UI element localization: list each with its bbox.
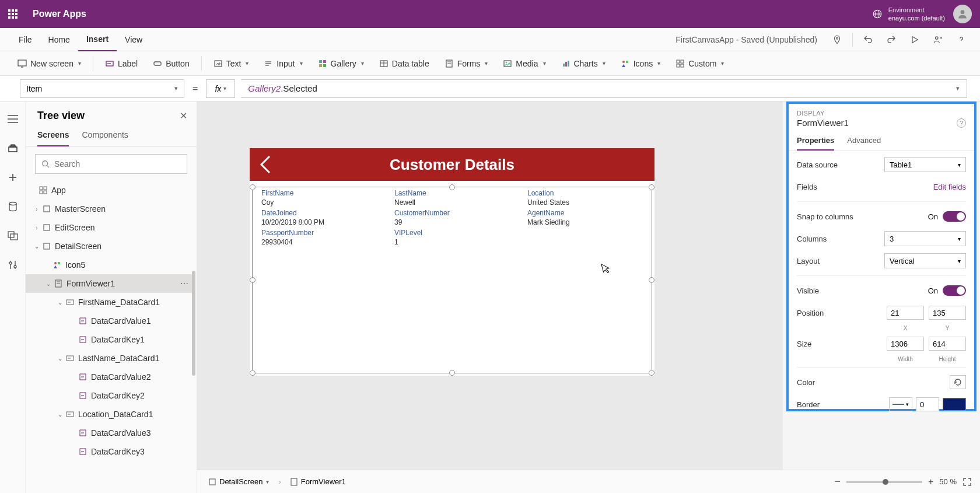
zoom-in-button[interactable]: + <box>928 477 933 487</box>
hamburger-icon[interactable] <box>6 112 20 126</box>
redo-icon[interactable] <box>883 32 900 48</box>
tab-components[interactable]: Components <box>82 130 128 146</box>
border-color-swatch[interactable] <box>943 398 966 411</box>
info-icon[interactable]: ? <box>957 118 966 128</box>
tree-node-editscreen[interactable]: ›EditScreen <box>26 218 194 237</box>
tab-properties[interactable]: Properties <box>797 136 834 151</box>
media-dropdown[interactable]: Media▾ <box>497 54 551 73</box>
menu-insert[interactable]: Insert <box>78 28 117 51</box>
size-height-input[interactable] <box>929 337 966 351</box>
tree-node-detailscreen[interactable]: ⌄DetailScreen <box>26 237 194 256</box>
menu-view[interactable]: View <box>117 28 150 51</box>
fx-indicator[interactable]: fx▾ <box>206 79 235 98</box>
svg-rect-21 <box>323 64 326 67</box>
tree-node-dcv1[interactable]: DataCardValue1 <box>26 312 194 330</box>
add-icon[interactable] <box>6 170 20 184</box>
formula-input[interactable]: Gallery2.Selected ▾ <box>241 79 967 98</box>
resize-handle[interactable] <box>250 370 256 376</box>
color-reset-button[interactable] <box>950 375 966 389</box>
user-avatar[interactable] <box>953 5 972 23</box>
svg-point-3 <box>961 10 965 14</box>
zoom-out-button[interactable]: − <box>834 475 841 488</box>
border-style-select[interactable]: ▾ <box>889 397 912 411</box>
resize-handle[interactable] <box>449 184 455 190</box>
resize-handle[interactable] <box>250 184 256 190</box>
scrollbar[interactable] <box>192 271 195 376</box>
border-width-input[interactable] <box>916 397 939 411</box>
zoom-slider[interactable] <box>846 481 922 483</box>
tree-node-firstname-dc[interactable]: ⌄FirstName_DataCard1 <box>26 293 194 312</box>
tree-node-icon5[interactable]: Icon5 <box>26 256 194 274</box>
data-icon[interactable] <box>6 200 20 214</box>
tree-node-lastname-dc[interactable]: ⌄LastName_DataCard1 <box>26 349 194 368</box>
media-rail-icon[interactable] <box>6 229 20 243</box>
edit-fields-link[interactable]: Edit fields <box>933 183 966 191</box>
tree-node-dck3[interactable]: DataCardKey3 <box>26 442 194 461</box>
charts-icon <box>561 59 570 68</box>
tab-advanced[interactable]: Advanced <box>847 136 881 151</box>
selection-outline[interactable] <box>252 187 652 373</box>
resize-handle[interactable] <box>250 277 256 283</box>
tree-view-icon[interactable] <box>6 141 20 155</box>
health-icon[interactable] <box>829 32 845 48</box>
size-width-input[interactable] <box>887 337 924 351</box>
datasource-select[interactable]: Table1▾ <box>884 157 966 172</box>
datasource-label: Data source <box>797 160 884 169</box>
icons-dropdown[interactable]: Icons▾ <box>615 54 666 73</box>
breadcrumb-screen[interactable]: DetailScreen ▾ <box>205 477 272 486</box>
tools-icon[interactable] <box>6 258 20 272</box>
input-dropdown[interactable]: Input▾ <box>258 54 308 73</box>
data-table-button[interactable]: Data table <box>373 54 435 73</box>
play-icon[interactable] <box>907 32 923 48</box>
charts-dropdown[interactable]: Charts▾ <box>555 54 611 73</box>
height-sublabel: Height <box>929 356 966 362</box>
resize-handle[interactable] <box>449 370 455 376</box>
resize-handle[interactable] <box>649 184 654 190</box>
close-icon[interactable]: ✕ <box>180 110 187 121</box>
resize-handle[interactable] <box>649 370 654 376</box>
tree-node-app[interactable]: App <box>26 181 194 200</box>
tab-screens[interactable]: Screens <box>37 130 69 146</box>
menu-file[interactable]: File <box>10 28 40 51</box>
tree-node-location-dc[interactable]: ⌄Location_DataCard1 <box>26 405 194 424</box>
forms-dropdown[interactable]: Forms▾ <box>439 54 494 73</box>
layout-select[interactable]: Vertical▾ <box>884 253 966 268</box>
property-selector[interactable]: Item ▾ <box>20 79 184 98</box>
tree-search-input[interactable] <box>54 159 181 169</box>
snap-label: Snap to columns <box>797 212 928 221</box>
breadcrumb-control[interactable]: FormViewer1 <box>287 477 349 486</box>
waffle-icon[interactable] <box>8 9 18 19</box>
tree-node-dck2[interactable]: DataCardKey2 <box>26 386 194 405</box>
undo-icon[interactable] <box>860 32 876 48</box>
tree-node-dck1[interactable]: DataCardKey1 <box>26 330 194 349</box>
label-button[interactable]: Label <box>99 54 144 73</box>
svg-rect-38 <box>681 64 684 67</box>
tree-node-masterscreen[interactable]: ›MasterScreen <box>26 200 194 218</box>
position-y-input[interactable] <box>929 306 966 320</box>
new-screen-button[interactable]: New screen▾ <box>12 54 87 73</box>
tree-node-dcv3[interactable]: DataCardValue3 <box>26 424 194 442</box>
tree-node-dcv2[interactable]: DataCardValue2 <box>26 368 194 386</box>
text-dropdown[interactable]: ab Text▾ <box>208 54 255 73</box>
environment-selector[interactable]: Environment enayu.com (default) <box>872 6 945 22</box>
snap-toggle[interactable] <box>943 211 966 222</box>
gallery-icon <box>318 59 327 68</box>
help-icon[interactable] <box>953 32 970 48</box>
gallery-dropdown[interactable]: Gallery▾ <box>312 54 370 73</box>
tree-node-formviewer1[interactable]: ⌄FormViewer1⋯ <box>26 274 194 293</box>
more-icon[interactable]: ⋯ <box>180 279 188 288</box>
position-x-input[interactable] <box>887 306 924 320</box>
resize-handle[interactable] <box>649 277 654 283</box>
button-btn[interactable]: Button <box>147 54 195 73</box>
custom-dropdown[interactable]: Custom▾ <box>670 54 730 73</box>
button-icon <box>153 59 162 68</box>
menu-home[interactable]: Home <box>40 28 78 51</box>
canvas-area[interactable]: Customer Details FirstNameCoy LastNameNe… <box>197 102 783 470</box>
columns-select[interactable]: 3▾ <box>884 231 966 246</box>
visible-toggle[interactable] <box>943 285 966 296</box>
svg-rect-8 <box>18 60 26 66</box>
fit-icon[interactable] <box>963 477 972 487</box>
share-icon[interactable] <box>930 32 946 48</box>
tree-search[interactable] <box>35 154 187 174</box>
screen-icon <box>18 59 27 68</box>
